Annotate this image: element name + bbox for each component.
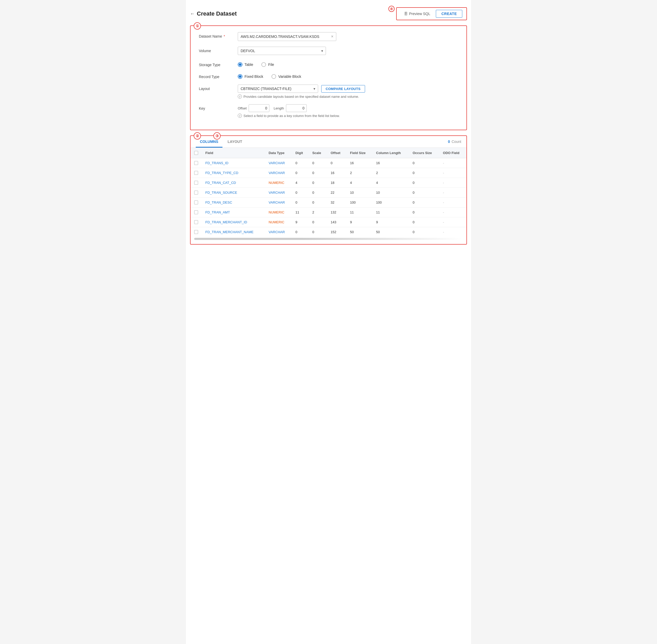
cell-offset: 152 bbox=[327, 227, 346, 237]
back-button[interactable]: ← bbox=[190, 11, 195, 17]
row-checkbox-cell bbox=[191, 178, 202, 188]
table-row: FD_TRAN_TYPE_CD VARCHAR 0 0 16 2 2 0 - bbox=[191, 168, 466, 178]
preview-sql-button[interactable]: 🗄 Preview SQL bbox=[401, 10, 433, 17]
col-header-field: Field bbox=[202, 148, 265, 158]
count-value: 0 bbox=[448, 140, 450, 144]
chevron-down-icon: ▾ bbox=[321, 49, 323, 53]
cell-datatype: NUMERIC bbox=[265, 207, 292, 217]
radio-table-circle bbox=[238, 62, 242, 67]
col-header-offset: Offset bbox=[327, 148, 346, 158]
radio-fixed-circle bbox=[238, 74, 242, 79]
cell-odofiled: - bbox=[439, 227, 466, 237]
row-checkbox-cell bbox=[191, 158, 202, 168]
record-type-variable[interactable]: Variable Block bbox=[272, 74, 301, 79]
table-row: FD_TRAN_MERCHANT_ID NUMERIC 9 0 143 9 9 … bbox=[191, 217, 466, 227]
storage-type-file[interactable]: File bbox=[261, 62, 274, 67]
cell-offset: 143 bbox=[327, 217, 346, 227]
columns-layout-section: ② ③ COLUMNS LAYOUT 0 Count Field Data Ty… bbox=[190, 135, 467, 245]
cell-datatype: NUMERIC bbox=[265, 178, 292, 188]
key-row: Key Offset Length i Select a field to pr… bbox=[199, 104, 458, 118]
section-2-badge: ② bbox=[194, 132, 201, 140]
cell-offset: 16 bbox=[327, 168, 346, 178]
row-checkbox[interactable] bbox=[194, 220, 198, 224]
cell-occurssize: 0 bbox=[409, 178, 439, 188]
record-type-fixed[interactable]: Fixed Block bbox=[238, 74, 263, 79]
row-checkbox[interactable] bbox=[194, 161, 198, 165]
section-3-badge: ③ bbox=[213, 132, 221, 140]
tab-layout[interactable]: LAYOUT bbox=[224, 136, 246, 147]
layout-label: Layout bbox=[199, 85, 233, 91]
volume-label: Volume bbox=[199, 47, 233, 53]
cell-collength: 16 bbox=[373, 158, 409, 168]
row-checkbox[interactable] bbox=[194, 210, 198, 214]
cell-datatype: VARCHAR bbox=[265, 168, 292, 178]
horizontal-scrollbar[interactable] bbox=[194, 238, 463, 240]
cell-digit: 0 bbox=[292, 158, 308, 168]
cell-scale: 0 bbox=[308, 178, 327, 188]
table-row: FD_TRANS_ID VARCHAR 0 0 0 16 16 0 - bbox=[191, 158, 466, 168]
layout-select[interactable]: CBTRN02C (TRANSACT-FILE) ▾ bbox=[238, 85, 318, 93]
page-title: Create Dataset bbox=[197, 10, 237, 17]
key-length-input[interactable] bbox=[286, 104, 307, 112]
radio-variable-circle bbox=[272, 74, 276, 79]
cell-collength: 9 bbox=[373, 217, 409, 227]
cell-collength: 100 bbox=[373, 198, 409, 207]
key-offset-input[interactable] bbox=[249, 104, 269, 112]
cell-collength: 10 bbox=[373, 188, 409, 198]
select-all-checkbox[interactable] bbox=[194, 151, 198, 155]
cell-scale: 2 bbox=[308, 207, 327, 217]
volume-select[interactable]: DEFVOL ▾ bbox=[238, 47, 326, 55]
page-header: ← Create Dataset ④ 🗄 Preview SQL CREATE bbox=[190, 4, 467, 25]
cell-field: FD_TRANS_ID bbox=[202, 158, 265, 168]
cell-occurssize: 0 bbox=[409, 207, 439, 217]
dataset-name-row: Dataset Name * AWS.M2.CARDDEMO.TRANSACT.… bbox=[199, 32, 458, 41]
cell-scale: 0 bbox=[308, 217, 327, 227]
cell-field: FD_TRAN_AMT bbox=[202, 207, 265, 217]
storage-type-label: Storage Type bbox=[199, 61, 233, 67]
cell-datatype: VARCHAR bbox=[265, 188, 292, 198]
columns-table: Field Data Type Digit Scale Offset Field… bbox=[191, 148, 466, 237]
cell-occurssize: 0 bbox=[409, 168, 439, 178]
row-checkbox-cell bbox=[191, 168, 202, 178]
row-checkbox[interactable] bbox=[194, 230, 198, 234]
dataset-config-section: ① Dataset Name * AWS.M2.CARDDEMO.TRANSAC… bbox=[190, 25, 467, 130]
cell-occurssize: 0 bbox=[409, 217, 439, 227]
table-row: FD_TRAN_CAT_CD NUMERIC 4 0 18 4 4 0 - bbox=[191, 178, 466, 188]
cell-fieldsize: 2 bbox=[346, 168, 372, 178]
cell-fieldsize: 4 bbox=[346, 178, 372, 188]
cell-fieldsize: 50 bbox=[346, 227, 372, 237]
record-type-label: Record Type bbox=[199, 73, 233, 79]
record-type-group: Fixed Block Variable Block bbox=[238, 73, 458, 79]
compare-layouts-button[interactable]: COMPARE LAYOUTS bbox=[321, 85, 365, 93]
cell-digit: 9 bbox=[292, 217, 308, 227]
cell-field: FD_TRAN_SOURCE bbox=[202, 188, 265, 198]
row-checkbox[interactable] bbox=[194, 171, 198, 175]
cell-field: FD_TRAN_DESC bbox=[202, 198, 265, 207]
cell-collength: 11 bbox=[373, 207, 409, 217]
clear-icon[interactable]: × bbox=[331, 34, 333, 39]
cell-collength: 2 bbox=[373, 168, 409, 178]
record-type-fixed-label: Fixed Block bbox=[244, 74, 263, 78]
info-icon: i bbox=[238, 94, 242, 98]
table-row: FD_TRAN_DESC VARCHAR 0 0 32 100 100 0 - bbox=[191, 198, 466, 207]
cell-offset: 32 bbox=[327, 198, 346, 207]
storage-type-table[interactable]: Table bbox=[238, 62, 253, 67]
cell-odofiled: - bbox=[439, 217, 466, 227]
cell-occurssize: 0 bbox=[409, 227, 439, 237]
col-header-collength: Column Length bbox=[373, 148, 409, 158]
row-checkbox-cell bbox=[191, 227, 202, 237]
row-checkbox[interactable] bbox=[194, 191, 198, 194]
row-checkbox[interactable] bbox=[194, 201, 198, 204]
dataset-name-input[interactable]: AWS.M2.CARDDEMO.TRANSACT.VSAM.KSDS × bbox=[238, 32, 336, 41]
create-button[interactable]: CREATE bbox=[436, 10, 462, 18]
row-checkbox-cell bbox=[191, 217, 202, 227]
cell-field: FD_TRAN_CAT_CD bbox=[202, 178, 265, 188]
cell-datatype: VARCHAR bbox=[265, 227, 292, 237]
cell-digit: 0 bbox=[292, 198, 308, 207]
cell-digit: 0 bbox=[292, 188, 308, 198]
col-header-datatype: Data Type bbox=[265, 148, 292, 158]
tabs-header: ② ③ COLUMNS LAYOUT 0 Count bbox=[191, 136, 466, 148]
cell-field: FD_TRAN_MERCHANT_ID bbox=[202, 217, 265, 227]
cell-digit: 0 bbox=[292, 168, 308, 178]
row-checkbox[interactable] bbox=[194, 181, 198, 185]
